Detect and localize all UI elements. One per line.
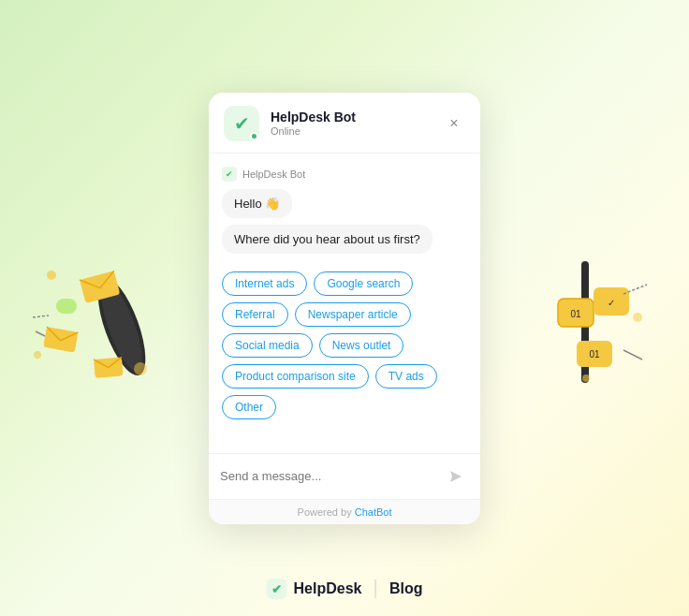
option-tv-ads[interactable]: TV ads [375,364,437,389]
chat-input-area [209,453,480,499]
online-indicator [250,132,258,140]
svg-point-8 [34,351,41,359]
close-button[interactable]: × [443,112,465,135]
option-google-search[interactable]: Google search [314,271,413,296]
powered-by-bar: Powered by ChatBot [209,499,480,524]
chat-body: ✔ HelpDesk Bot Hello 👋 Where did you hea… [209,154,480,453]
bot-message-header: ✔ HelpDesk Bot [222,167,467,182]
option-newspaper-article[interactable]: Newspaper article [295,302,411,327]
footer-brand-name: HelpDesk [294,580,362,597]
chat-header: ✔ HelpDesk Bot Online × [209,93,480,154]
bot-status: Online [271,125,432,137]
option-product-comparison[interactable]: Product comparison site [222,364,369,389]
svg-point-7 [134,362,147,375]
send-icon [448,469,463,484]
bot-check-small: ✔ [226,169,233,179]
powered-by-text: Powered by [298,506,355,518]
bot-logo-icon: ✔ [234,112,250,135]
option-referral[interactable]: Referral [222,302,288,327]
svg-line-20 [623,350,642,359]
greeting-bubble: Hello 👋 [222,189,292,218]
bot-msg-avatar-small: ✔ [222,167,237,182]
svg-rect-3 [43,327,78,353]
right-decoration: 01 ✓ 01 [530,205,661,411]
bot-avatar: ✔ [224,106,259,141]
svg-rect-5 [56,299,77,314]
page-footer: ✔ HelpDesk Blog [267,579,423,599]
send-button[interactable] [443,463,469,490]
svg-text:01: 01 [570,309,581,319]
option-internet-ads[interactable]: Internet ads [222,271,307,296]
options-grid: Internet ads Google search Referral News… [222,271,467,419]
message-input[interactable] [220,469,435,483]
bot-info: HelpDesk Bot Online [271,110,432,137]
svg-text:01: 01 [589,349,600,359]
svg-point-21 [582,374,590,382]
svg-point-6 [47,271,56,280]
question-bubble: Where did you hear about us first? [222,225,432,254]
chat-window: ✔ HelpDesk Bot Online × ✔ HelpDesk Bot H… [209,93,480,524]
footer-blog-link[interactable]: Blog [389,580,423,597]
footer-brand: ✔ HelpDesk [267,579,362,599]
svg-point-22 [633,313,642,322]
svg-line-10 [36,331,45,336]
bot-name: HelpDesk Bot [271,110,432,125]
svg-text:✓: ✓ [608,298,615,308]
svg-line-9 [33,315,49,317]
chatbot-link[interactable]: ChatBot [355,506,392,518]
left-decoration [28,205,178,411]
option-news-outlet[interactable]: News outlet [319,333,404,358]
footer-logo-icon: ✔ [267,579,287,599]
option-social-media[interactable]: Social media [222,333,313,358]
bot-msg-name-label: HelpDesk Bot [242,169,305,180]
footer-divider [374,579,376,598]
option-other[interactable]: Other [222,395,276,419]
